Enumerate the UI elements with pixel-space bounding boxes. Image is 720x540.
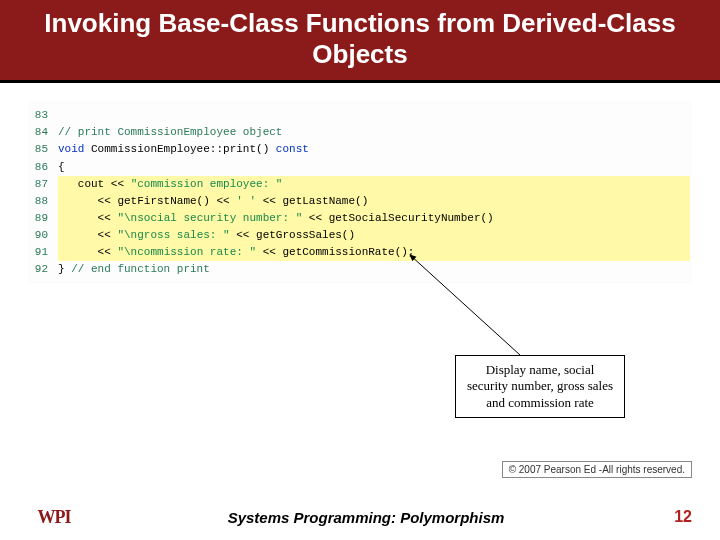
code-line: 85void CommissionEmployee::print() const	[30, 141, 690, 158]
page-number: 12	[652, 508, 692, 526]
code-text: void CommissionEmployee::print() const	[58, 141, 690, 158]
line-number: 92	[30, 261, 58, 278]
callout-box: Display name, social security number, gr…	[455, 355, 625, 418]
code-line: 87 cout << "commission employee: "	[30, 176, 690, 193]
line-number: 87	[30, 176, 58, 193]
code-text: << getFirstName() << ' ' << getLastName(…	[58, 193, 690, 210]
code-line: 89 << "\nsocial security number: " << ge…	[30, 210, 690, 227]
code-line: 90 << "\ngross sales: " << getGrossSales…	[30, 227, 690, 244]
code-text: // print CommissionEmployee object	[58, 124, 690, 141]
line-number: 91	[30, 244, 58, 261]
code-text: {	[58, 159, 690, 176]
line-number: 84	[30, 124, 58, 141]
code-line: 88 << getFirstName() << ' ' << getLastNa…	[30, 193, 690, 210]
code-line: 83	[30, 107, 690, 124]
slide-title: Invoking Base-Class Functions from Deriv…	[20, 8, 700, 70]
title-bar: Invoking Base-Class Functions from Deriv…	[0, 0, 720, 83]
footer-title: Systems Programming: Polymorphism	[80, 509, 652, 526]
footer: WPI Systems Programming: Polymorphism 12	[0, 494, 720, 540]
code-line: 92} // end function print	[30, 261, 690, 278]
line-number: 86	[30, 159, 58, 176]
code-text	[58, 107, 690, 124]
copyright-notice: © 2007 Pearson Ed -All rights reserved.	[502, 461, 692, 478]
code-text: << "\ncommission rate: " << getCommissio…	[58, 244, 690, 261]
line-number: 88	[30, 193, 58, 210]
code-text: << "\nsocial security number: " << getSo…	[58, 210, 690, 227]
code-listing: 8384// print CommissionEmployee object85…	[30, 103, 690, 281]
code-line: 91 << "\ncommission rate: " << getCommis…	[30, 244, 690, 261]
code-text: cout << "commission employee: "	[58, 176, 690, 193]
line-number: 89	[30, 210, 58, 227]
code-line: 86{	[30, 159, 690, 176]
code-text: } // end function print	[58, 261, 690, 278]
line-number: 90	[30, 227, 58, 244]
line-number: 85	[30, 141, 58, 158]
code-line: 84// print CommissionEmployee object	[30, 124, 690, 141]
code-text: << "\ngross sales: " << getGrossSales()	[58, 227, 690, 244]
line-number: 83	[30, 107, 58, 124]
wpi-logo: WPI	[28, 504, 80, 530]
